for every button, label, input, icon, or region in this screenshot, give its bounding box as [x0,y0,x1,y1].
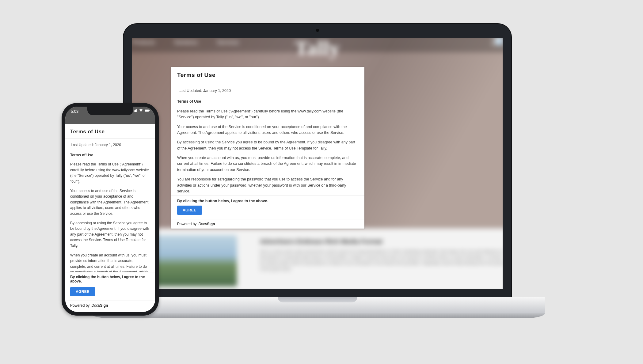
article-copy: Not so many years ago businesses used to… [260,249,503,272]
svg-rect-1 [134,110,135,112]
agree-statement: By clicking the button below, I agree to… [171,196,364,206]
modal-title: Terms of Use [177,72,358,78]
wifi-icon [139,109,143,112]
laptop-mockup: Products Solutions Services Tally You ar… [123,23,512,320]
phone-chrome: 5:03 Terms of Use Last Updated: January … [65,107,155,312]
agree-button[interactable]: AGREE [177,206,202,215]
modal-footer: Powered by DocuSign [65,301,155,312]
modal-title: Terms of Use [70,129,150,135]
modal-header: Terms of Use [171,67,364,83]
svg-rect-5 [145,110,149,112]
terms-paragraph: Please read the Terms of Use ("Agreement… [70,161,150,184]
terms-paragraph: Your access to and use of the Service is… [70,188,150,217]
nav-solutions[interactable]: Solutions [174,39,198,46]
agree-button[interactable]: AGREE [70,287,95,296]
last-updated: Last Updated: January 1, 2020 [178,88,358,94]
modal-body[interactable]: Last Updated: January 1, 2020 Terms of U… [171,83,364,195]
user-role: You are here [491,38,503,41]
agree-statement: By clicking the button below, I agree to… [65,272,155,285]
modal-actions: AGREE [65,285,155,301]
terms-paragraph: Please read the Terms of Use ("Agreement… [177,108,358,120]
battery-icon [145,109,150,112]
user-name: Alex Ex [491,41,503,46]
svg-rect-2 [135,110,136,112]
nav-products[interactable]: Products [132,39,155,46]
terms-subhead: Terms of Use [177,99,358,104]
docusign-logo: DocuSign [91,303,108,308]
laptop-screen: Products Solutions Services Tally You ar… [132,38,503,289]
phone-screen: 5:03 Terms of Use Last Updated: January … [65,107,155,312]
modal-actions: AGREE [171,206,364,219]
docusign-logo: DocuSign [198,222,215,226]
terms-paragraph: You are responsible for safeguarding the… [177,176,358,194]
site-logo: Tally [295,38,340,60]
powered-by-label: Powered by [177,222,196,226]
terms-paragraph: By accessing or using the Service you ag… [70,220,150,249]
terms-paragraph: By accessing or using the Service you ag… [177,139,358,151]
terms-subhead: Terms of Use [70,152,150,158]
powered-by-label: Powered by [70,303,89,308]
terms-paragraph: Your access to and use of the Service is… [177,124,358,136]
phone-notch [87,107,133,115]
site-lower: Advertisers Embrace Rich Media Format No… [132,228,503,289]
modal-footer: Powered by DocuSign [171,219,364,229]
terms-paragraph: When you create an account with us, you … [177,155,358,173]
modal-header: Terms of Use [65,124,155,139]
nav-services[interactable]: Services [217,39,239,46]
last-updated: Last Updated: January 1, 2020 [71,142,150,148]
svg-rect-6 [149,110,150,111]
terms-modal-mobile: Terms of Use Last Updated: January 1, 20… [65,124,155,312]
phone-mockup: 5:03 Terms of Use Last Updated: January … [62,103,159,316]
user-label: You are here Alex Ex [491,38,503,47]
status-time: 5:03 [71,109,78,114]
article-headline: Advertisers Embrace Rich Media Format [260,238,382,245]
svg-rect-3 [136,109,137,112]
site-nav: Products Solutions Services Tally [132,39,502,46]
modal-body[interactable]: Last Updated: January 1, 2020 Terms of U… [65,139,155,272]
laptop-foot [90,313,545,318]
terms-paragraph: When you create an account with us, you … [70,252,150,272]
terms-modal: Terms of Use Last Updated: January 1, 20… [171,67,364,229]
